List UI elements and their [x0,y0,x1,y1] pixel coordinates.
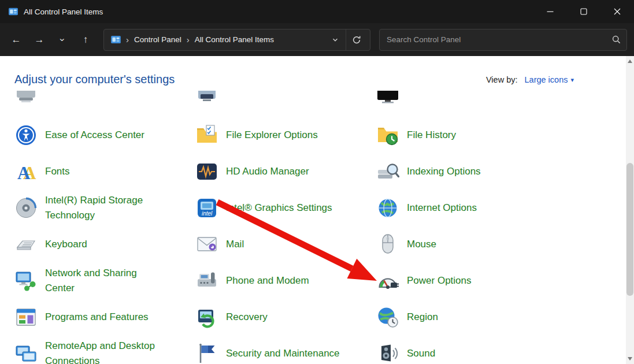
phone-modem-icon [195,269,218,292]
cp-item-sound[interactable]: Sound [376,335,557,364]
items-grid: Ease of Access Center File Explorer Opti… [14,91,622,364]
cp-item-label: File History [407,128,456,143]
search-input[interactable] [387,35,612,44]
cp-item-label: Keyboard [45,237,87,252]
cp-item-label: Sound [407,346,435,361]
cp-item-intel-graphics-settings[interactable]: intel Intel® Graphics Settings [195,190,376,226]
address-dropdown-button[interactable] [327,36,343,43]
partial-item-3[interactable] [376,91,557,117]
up-button[interactable]: ↑ [76,30,95,50]
minimize-button[interactable] [533,0,567,23]
cp-item-label: Mail [226,237,244,252]
cp-item-label: Network and Sharing Center [45,266,161,295]
cp-item-programs-and-features[interactable]: Programs and Features [14,299,195,335]
fonts-icon: AA [14,160,38,183]
cp-item-label: Intel(R) Rapid Storage Technology [45,193,161,222]
forward-button[interactable]: → [29,30,49,50]
partial-icon-2 [195,91,218,110]
window-title: All Control Panel Items [24,8,103,16]
refresh-button[interactable] [346,29,366,50]
cp-item-label: Intel® Graphics Settings [226,200,332,216]
window-controls [533,0,634,23]
cp-item-region[interactable]: Region [376,299,557,335]
view-by-label: View by: [486,75,518,84]
cp-item-file-history[interactable]: File History [376,117,557,153]
partial-icon-1 [14,91,38,110]
svg-text:intel: intel [202,210,213,216]
forward-arrow-icon: → [35,34,45,46]
cp-item-ease-of-access-center[interactable]: Ease of Access Center [14,117,195,153]
cp-item-mail[interactable]: Mail [195,226,376,262]
cp-item-label: Ease of Access Center [45,128,144,143]
cp-item-label: RemoteApp and Desktop Connections [45,339,161,364]
cp-item-internet-options[interactable]: Internet Options [376,190,557,226]
minimize-icon [547,8,554,15]
ease-of-access-icon [14,124,38,147]
scroll-down-button[interactable] [626,355,634,363]
cp-item-recovery[interactable]: Recovery [195,299,376,335]
content-area: Adjust your computer's settings View by:… [0,56,634,364]
back-button[interactable]: ← [6,30,26,50]
maximize-icon [580,8,587,15]
view-by-value-link[interactable]: Large icons [525,75,568,84]
view-by-caret-icon: ▾ [570,76,574,84]
breadcrumb-control-panel[interactable]: Control Panel [134,35,181,44]
scroll-down-icon [628,357,632,361]
internet-options-icon [376,196,399,220]
mouse-icon [376,233,399,256]
remoteapp-icon [14,342,38,364]
security-maintenance-icon [195,342,218,364]
indexing-options-icon [376,160,399,183]
cp-item-mouse[interactable]: Mouse [376,226,557,262]
recent-locations-button[interactable]: › [53,30,72,50]
maximize-button[interactable] [567,0,600,23]
programs-features-icon [14,306,38,329]
chevron-down-icon: › [58,38,67,41]
navigation-bar: ← → › ↑ › Control Panel › All Control Pa… [0,23,634,56]
cp-item-label: Region [407,310,438,325]
cp-item-label: HD Audio Manager [226,164,309,179]
back-arrow-icon: ← [12,34,21,46]
cp-item-security-and-maintenance[interactable]: Security and Maintenance [195,335,376,364]
titlebar: All Control Panel Items [0,0,634,23]
breadcrumb-location-icon [111,36,121,43]
up-arrow-icon: ↑ [83,34,88,46]
sound-icon [376,342,399,364]
cp-item-indexing-options[interactable]: Indexing Options [376,153,557,190]
scrollbar-thumb[interactable] [626,163,633,296]
file-explorer-options-icon [195,124,218,147]
breadcrumb-all-control-panel-items[interactable]: All Control Panel Items [195,35,274,44]
cp-item-label: Programs and Features [45,310,149,325]
partial-item-2[interactable] [195,91,376,117]
breadcrumb-separator-icon: › [126,35,129,44]
control-panel-app-icon [9,8,18,16]
cp-item-intel-rapid-storage-technology[interactable]: Intel(R) Rapid Storage Technology [14,190,195,226]
view-by-control: View by: Large icons ▾ [486,75,574,84]
partial-item-1[interactable] [14,91,195,117]
search-icon [612,35,621,44]
close-button[interactable] [600,0,634,23]
cp-item-network-and-sharing-center[interactable]: Network and Sharing Center [14,262,195,299]
partial-icon-3 [376,91,399,110]
page-title: Adjust your computer's settings [14,73,175,86]
cp-item-file-explorer-options[interactable]: File Explorer Options [195,117,376,153]
cp-item-phone-and-modem[interactable]: Phone and Modem [195,262,376,299]
items-grid-viewport: Ease of Access Center File Explorer Opti… [14,91,622,364]
cp-item-label: Power Options [407,273,472,288]
cp-item-keyboard[interactable]: Keyboard [14,226,195,262]
cp-item-remoteapp-and-desktop-connections[interactable]: RemoteApp and Desktop Connections [14,335,195,364]
vertical-scrollbar[interactable] [626,56,634,364]
cp-item-fonts[interactable]: AA Fonts [14,153,195,190]
close-icon [614,8,621,15]
cp-item-hd-audio-manager[interactable]: HD Audio Manager [195,153,376,190]
file-history-icon [376,124,399,147]
chevron-down-icon [332,36,339,43]
mail-icon [195,233,218,256]
power-options-icon [376,269,399,292]
cp-item-power-options[interactable]: Power Options [376,262,557,299]
address-bar[interactable]: › Control Panel › All Control Panel Item… [103,29,370,51]
refresh-icon [352,35,361,44]
scroll-up-button[interactable] [626,57,634,65]
region-icon [376,306,399,329]
network-sharing-icon [14,269,38,292]
